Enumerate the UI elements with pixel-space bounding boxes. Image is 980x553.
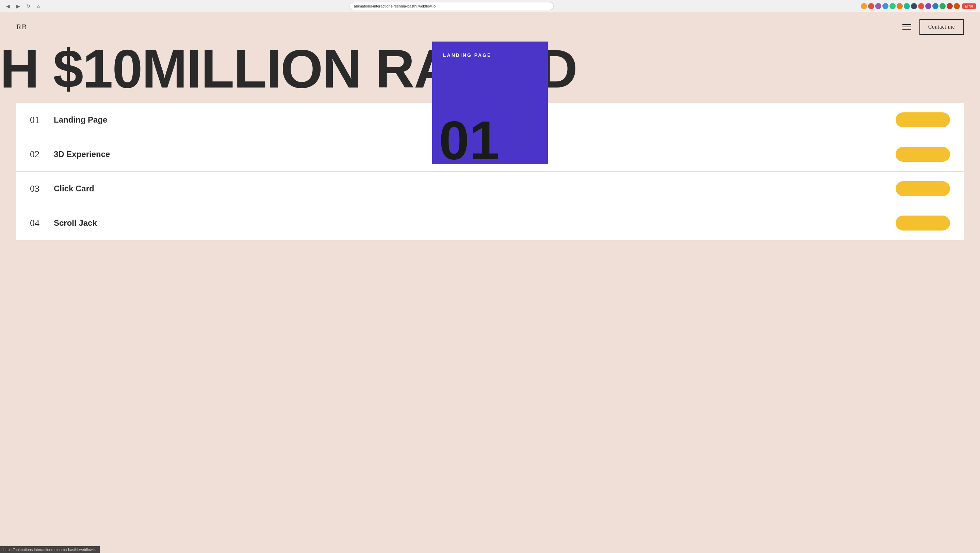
- ext-icon-3[interactable]: [875, 3, 881, 9]
- floating-card-number: 01: [439, 113, 500, 167]
- ext-icon-1[interactable]: [861, 3, 867, 9]
- ext-icon-13[interactable]: [947, 3, 953, 9]
- item-number-04: 04: [30, 218, 54, 228]
- item-title-03: Click Card: [54, 184, 896, 193]
- contact-button[interactable]: Contact me: [920, 19, 964, 35]
- item-title-04: Scroll Jack: [54, 218, 896, 228]
- item-number-01: 01: [30, 115, 54, 125]
- menu-icon[interactable]: [902, 24, 911, 30]
- item-tag-03[interactable]: [896, 181, 950, 196]
- ext-icon-12[interactable]: [940, 3, 946, 9]
- item-tag-02[interactable]: [896, 147, 950, 162]
- error-badge: Error: [962, 3, 976, 9]
- site-wrapper: RB Contact me H $10MILLION RAISED LANDIN…: [0, 12, 980, 553]
- ext-icon-5[interactable]: [889, 3, 896, 9]
- status-url: https://animations-interactions-reshma-b…: [3, 548, 96, 551]
- nav-logo: RB: [16, 22, 27, 31]
- ext-icon-14[interactable]: [954, 3, 960, 9]
- floating-card[interactable]: LANDING PAGE 01: [432, 41, 548, 164]
- floating-card-label: LANDING PAGE: [443, 53, 537, 58]
- ext-icon-11[interactable]: [932, 3, 939, 9]
- back-button[interactable]: ◀: [4, 2, 11, 10]
- url-bar[interactable]: animations-interactions-reshma-basthi.we…: [350, 2, 554, 10]
- status-bar: https://animations-interactions-reshma-b…: [0, 546, 100, 553]
- home-button[interactable]: ⌂: [35, 2, 42, 10]
- portfolio-item-04[interactable]: 04 Scroll Jack: [16, 206, 964, 241]
- item-tag-04[interactable]: [896, 215, 950, 231]
- item-tag-01[interactable]: [896, 112, 950, 127]
- refresh-button[interactable]: ↻: [24, 2, 32, 10]
- portfolio-item-03[interactable]: 03 Click Card: [16, 172, 964, 206]
- menu-line-1: [902, 24, 911, 25]
- navigation: RB Contact me: [0, 12, 980, 41]
- nav-right: Contact me: [902, 19, 964, 35]
- ext-icon-8[interactable]: [911, 3, 917, 9]
- menu-line-3: [902, 29, 911, 30]
- item-number-02: 02: [30, 149, 54, 160]
- ext-icon-9[interactable]: [918, 3, 924, 9]
- ext-icon-2[interactable]: [868, 3, 874, 9]
- ext-icon-4[interactable]: [882, 3, 888, 9]
- forward-button[interactable]: ▶: [14, 2, 22, 10]
- ext-icon-10[interactable]: [925, 3, 931, 9]
- item-number-03: 03: [30, 183, 54, 194]
- browser-chrome: ◀ ▶ ↻ ⌂ animations-interactions-reshma-b…: [0, 0, 980, 12]
- menu-line-2: [902, 27, 911, 27]
- portfolio-section: LANDING PAGE 01 01 Landing Page 02 3D Ex…: [16, 103, 964, 241]
- ext-icon-6[interactable]: [897, 3, 903, 9]
- ext-icon-7[interactable]: [904, 3, 910, 9]
- browser-extensions: Error: [861, 3, 976, 9]
- url-text: animations-interactions-reshma-basthi.we…: [354, 4, 436, 8]
